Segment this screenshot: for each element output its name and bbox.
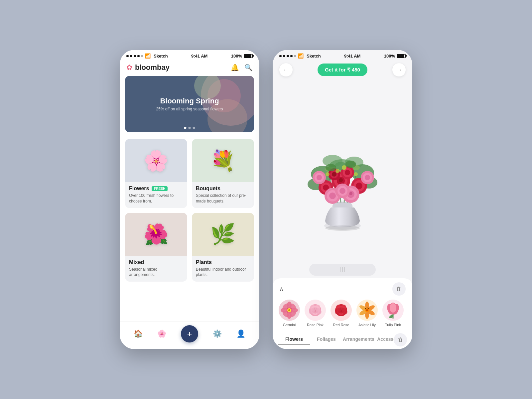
svg-point-18 [339, 178, 343, 182]
mixed-desc: Seasonal mixed arrangements. [129, 267, 183, 278]
category-card-mixed[interactable]: 🌺 Mixed Seasonal mixed arrangements. [125, 213, 187, 282]
svg-point-53 [326, 172, 330, 176]
banner-dot-2[interactable] [189, 127, 191, 129]
svg-point-54 [325, 225, 360, 231]
status-time-right: 9:41 AM [344, 54, 360, 59]
category-info-bouquets: Bouquets Special collection of our pre-m… [192, 182, 254, 208]
header-icons: 🔔 🔍 [231, 64, 253, 71]
svg-point-43 [365, 175, 370, 180]
bouquets-title: Bouquets [196, 186, 220, 192]
detail-header: ← Get it for ₹ 450 → [273, 61, 412, 80]
plants-desc: Beautiful indoor and outdoor plants. [196, 267, 250, 278]
bouquets-desc: Special collection of our pre-made bouqu… [196, 193, 250, 204]
svg-point-37 [329, 193, 336, 199]
category-img-plants: 🌿 [192, 213, 254, 256]
banner-dot-1[interactable] [184, 127, 187, 129]
left-phone: 📶 Sketch 9:41 AM 100% ✿ bloombay 🔔 🔍 [120, 50, 259, 349]
banner-dots [184, 127, 195, 129]
status-battery-label-left: 100% [231, 54, 242, 59]
tab-bar: Flowers Foliages Arrangements Accessorie… [278, 331, 407, 349]
product-image-area [273, 80, 412, 261]
category-img-mixed: 🌺 [125, 213, 187, 256]
svg-point-93 [367, 308, 368, 309]
nav-home[interactable]: 🏠 [134, 330, 143, 338]
banner-subtitle: 25% off on all spring seasonal flowers [156, 107, 223, 111]
logo-flower-icon: ✿ [126, 63, 132, 72]
category-card-bouquets[interactable]: 💐 Bouquets Special collection of our pre… [192, 139, 254, 208]
svg-point-50 [342, 165, 346, 170]
promo-banner[interactable]: Blooming Spring 25% off on all spring se… [125, 76, 254, 132]
flower-item-red-rose[interactable]: Red Rose [330, 300, 352, 327]
fresh-badge: FRESH [152, 186, 168, 191]
drag-handle-dots: ||| [339, 267, 345, 273]
plants-title: Plants [196, 259, 212, 265]
buy-button[interactable]: Get it for ₹ 450 [318, 64, 367, 76]
flower-item-asiatic-lily[interactable]: Asiatic Lily [356, 300, 378, 327]
category-img-flowers: 🌸 [125, 139, 187, 182]
svg-point-48 [345, 161, 356, 168]
bell-icon[interactable]: 🔔 [231, 64, 239, 71]
svg-point-27 [345, 170, 350, 175]
svg-point-52 [354, 172, 358, 176]
svg-point-92 [366, 309, 368, 311]
chevron-up-icon[interactable]: ∧ [279, 285, 284, 293]
svg-point-30 [332, 172, 336, 177]
flower-circle-red-rose [331, 300, 352, 321]
logo-area: ✿ bloombay [126, 63, 170, 72]
status-app-name-left: Sketch [154, 54, 168, 59]
category-info-mixed: Mixed Seasonal mixed arrangements. [125, 256, 187, 282]
flower-circle-germini [279, 300, 300, 321]
category-info-flowers: Flowers FRESH Over 100 fresh flowers to … [125, 182, 187, 208]
status-time-left: 9:41 AM [191, 54, 207, 59]
flower-label-asiatic-lily: Asiatic Lily [358, 323, 376, 327]
bottom-nav: 🏠 🌸 + ⚙️ 👤 [120, 322, 259, 349]
status-battery-label-right: 100% [384, 54, 395, 59]
search-icon[interactable]: 🔍 [244, 64, 253, 71]
flower-label-germini: Germini [283, 323, 296, 327]
category-card-plants[interactable]: 🌿 Plants Beautiful indoor and outdoor pl… [192, 213, 254, 282]
bouquet-svg [289, 108, 396, 234]
svg-point-66 [288, 309, 290, 311]
right-phone: 📶 Sketch 9:41 AM 100% ← Get it for ₹ 450… [273, 50, 412, 349]
bottom-panel: ∧ 🗑 [273, 278, 412, 349]
svg-point-94 [365, 308, 366, 309]
flower-circle-asiatic-lily [356, 300, 378, 321]
status-bar-right: 📶 Sketch 9:41 AM 100% [273, 50, 412, 61]
tab-flowers[interactable]: Flowers [278, 334, 310, 344]
category-grid: 🌸 Flowers FRESH Over 100 fresh flowers t… [125, 139, 254, 282]
status-app-name-right: Sketch [307, 54, 321, 59]
back-button[interactable]: ← [279, 63, 293, 76]
category-card-flowers[interactable]: 🌸 Flowers FRESH Over 100 fresh flowers t… [125, 139, 187, 208]
panel-trash-button[interactable]: 🗑 [392, 282, 406, 296]
category-img-bouquets: 💐 [192, 139, 254, 182]
status-bar-left: 📶 Sketch 9:41 AM 100% [120, 50, 259, 61]
tab-arrangements[interactable]: Arrangements [342, 334, 375, 344]
svg-point-99 [390, 303, 396, 313]
svg-point-40 [317, 175, 322, 180]
flowers-scroll[interactable]: Germini Rose [278, 298, 407, 331]
flower-circle-rose-pink [305, 300, 326, 321]
banner-text: Blooming Spring 25% off on all spring se… [156, 97, 223, 111]
nav-add-button[interactable]: + [181, 325, 198, 342]
banner-title: Blooming Spring [156, 97, 223, 105]
flower-item-rose-pink[interactable]: Rose Pink [304, 300, 327, 327]
drag-handle[interactable]: ||| [309, 264, 376, 276]
flowers-desc: Over 100 fresh flowers to choose from. [129, 193, 183, 204]
mixed-title: Mixed [129, 259, 144, 265]
forward-button[interactable]: → [392, 63, 406, 76]
banner-dot-3[interactable] [193, 127, 195, 129]
drag-handle-area: ||| 🗑 [273, 261, 412, 278]
svg-point-51 [335, 169, 339, 173]
flower-label-tulip-pink: Tulip Pink [385, 323, 401, 327]
nav-profile[interactable]: 👤 [236, 330, 245, 338]
tab-foliages[interactable]: Foliages [310, 334, 342, 344]
nav-flower[interactable]: 🌸 [157, 330, 166, 338]
trash-button[interactable]: 🗑 [394, 333, 407, 346]
category-info-plants: Plants Beautiful indoor and outdoor plan… [192, 256, 254, 282]
flower-circle-tulip-pink [382, 300, 404, 321]
svg-point-95 [368, 308, 369, 309]
flower-item-germini[interactable]: Germini [278, 300, 301, 327]
nav-settings[interactable]: ⚙️ [213, 330, 222, 338]
app-header-left: ✿ bloombay 🔔 🔍 [120, 61, 259, 76]
flower-item-tulip-pink[interactable]: Tulip Pink [382, 300, 404, 327]
